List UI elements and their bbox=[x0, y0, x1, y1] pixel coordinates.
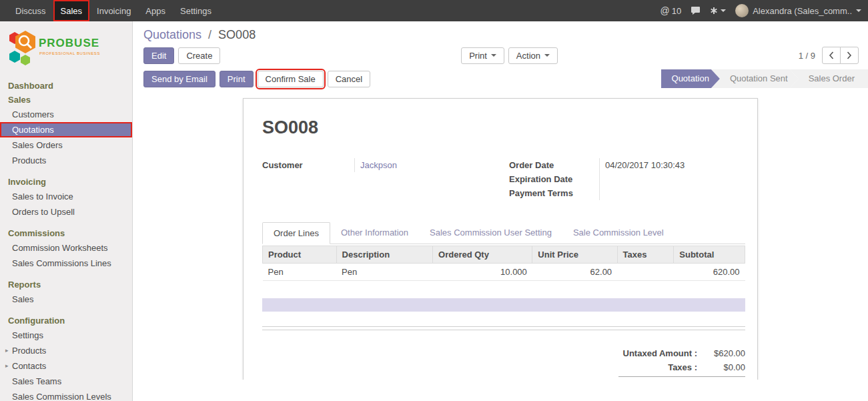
send-by-email-button[interactable]: Send by Email bbox=[143, 71, 215, 87]
topnav-item-settings[interactable]: Settings bbox=[173, 0, 219, 21]
field-column-right: Order Date 04/20/2017 10:30:43 Expiratio… bbox=[509, 158, 745, 200]
sidebar-item-sales-orders[interactable]: Sales Orders bbox=[0, 137, 132, 153]
sidebar-item-sales-commission-levels[interactable]: Sales Commission Levels bbox=[0, 389, 132, 401]
sidebar-item-products[interactable]: Products bbox=[0, 153, 132, 168]
logo-subtitle: PROFESSIONAL BUSINESS bbox=[39, 51, 100, 55]
edit-button[interactable]: Edit bbox=[143, 47, 174, 64]
cell-taxes bbox=[617, 264, 674, 281]
cancel-button[interactable]: Cancel bbox=[328, 71, 370, 87]
expiration-date-label: Expiration Date bbox=[509, 172, 599, 186]
create-button[interactable]: Create bbox=[178, 47, 220, 64]
chevron-down-icon bbox=[491, 54, 496, 57]
topnav-item-discuss[interactable]: Discuss bbox=[8, 0, 53, 21]
record-title: SO008 bbox=[262, 117, 745, 138]
column-header-unit-price[interactable]: Unit Price bbox=[532, 246, 617, 264]
order-date-label: Order Date bbox=[509, 158, 599, 172]
main-content: Quotations / SO008 Edit Create Print Act… bbox=[133, 21, 868, 401]
section-separator bbox=[262, 326, 745, 330]
total-row: Total : $620.00 bbox=[618, 376, 745, 380]
taxes-value: $0.00 bbox=[697, 362, 745, 372]
notebook-tabs: Order Lines Other Information Sales Comm… bbox=[262, 222, 745, 244]
sidebar-heading-reports[interactable]: Reports bbox=[0, 278, 132, 292]
pager-previous-button[interactable] bbox=[822, 47, 841, 64]
avatar bbox=[735, 4, 749, 17]
confirm-sale-button[interactable]: Confirm Sale bbox=[258, 71, 324, 87]
column-header-subtotal[interactable]: Subtotal bbox=[674, 246, 745, 264]
sidebar: PROBUSE PROFESSIONAL BUSINESS Dashboard … bbox=[0, 21, 133, 401]
chevron-down-icon bbox=[721, 9, 726, 12]
sidebar-heading-sales[interactable]: Sales bbox=[0, 93, 132, 107]
print-button[interactable]: Print bbox=[220, 71, 254, 87]
column-header-taxes[interactable]: Taxes bbox=[617, 246, 674, 264]
tab-sale-commission-level[interactable]: Sale Commission Level bbox=[562, 222, 675, 244]
order-line-row[interactable]: Pen Pen 10.000 62.00 620.00 bbox=[263, 264, 745, 281]
totals-block: Untaxed Amount : $620.00 Taxes : $0.00 T… bbox=[618, 346, 745, 380]
sidebar-item-customers[interactable]: Customers bbox=[0, 107, 132, 122]
tab-order-lines[interactable]: Order Lines bbox=[262, 222, 330, 244]
payment-terms-value bbox=[599, 186, 745, 200]
state-sales-order[interactable]: Sales Order bbox=[790, 69, 868, 88]
sidebar-menu: Dashboard Sales Customers Quotations Sal… bbox=[0, 79, 132, 401]
cell-subtotal: 620.00 bbox=[674, 264, 745, 281]
order-date-value: 04/20/2017 10:30:43 bbox=[599, 158, 745, 172]
control-panel-row-2: Send by Email Print Confirm Sale Cancel … bbox=[133, 69, 868, 89]
sidebar-item-sales-teams[interactable]: Sales Teams bbox=[0, 374, 132, 389]
customer-value[interactable]: Jackpson bbox=[354, 158, 498, 172]
probuse-logo[interactable]: PROBUSE PROFESSIONAL BUSINESS bbox=[0, 21, 132, 79]
table-header-row: Product Description Ordered Qty Unit Pri… bbox=[263, 246, 745, 264]
state-quotation-sent[interactable]: Quotation Sent bbox=[711, 69, 799, 88]
taxes-row: Taxes : $0.00 bbox=[618, 360, 745, 374]
action-menus: Print Action bbox=[461, 47, 558, 64]
cell-unit-price: 62.00 bbox=[532, 264, 617, 281]
sidebar-item-commission-worksheets[interactable]: Commission Worksheets bbox=[0, 240, 132, 256]
sidebar-heading-dashboard[interactable]: Dashboard bbox=[0, 79, 132, 93]
statusbar: Quotation Quotation Sent Sales Order bbox=[661, 69, 868, 88]
breadcrumb-separator: / bbox=[208, 28, 211, 41]
sidebar-heading-invoicing[interactable]: Invoicing bbox=[0, 175, 132, 189]
state-quotation[interactable]: Quotation bbox=[661, 69, 720, 88]
topnav-item-invoicing[interactable]: Invoicing bbox=[89, 0, 138, 21]
chat-icon[interactable] bbox=[691, 6, 701, 15]
payment-terms-label: Payment Terms bbox=[509, 186, 599, 200]
pager-value: 1 / 9 bbox=[799, 51, 815, 61]
record-buttons: Edit Create bbox=[143, 47, 220, 64]
user-menu[interactable]: Alexandra (Sales_comm.. bbox=[735, 4, 861, 17]
print-dropdown-label: Print bbox=[469, 51, 487, 61]
chevron-right-icon bbox=[847, 51, 852, 59]
column-header-ordered-qty[interactable]: Ordered Qty bbox=[433, 246, 532, 264]
sidebar-item-products-config[interactable]: ▸ Products bbox=[0, 343, 132, 358]
cell-product: Pen bbox=[263, 264, 337, 281]
sidebar-heading-configuration[interactable]: Configuration bbox=[0, 314, 132, 328]
breadcrumb-current: SO008 bbox=[218, 28, 256, 41]
tab-sales-commission-user-setting[interactable]: Sales Commission User Setting bbox=[419, 222, 562, 244]
sidebar-item-quotations[interactable]: Quotations bbox=[0, 122, 132, 137]
chevron-left-icon bbox=[829, 51, 834, 59]
odoo-app-window: Discuss Sales Invoicing Apps Settings @ … bbox=[0, 0, 868, 21]
form-sheet: SO008 Customer Jackpson Order Date 04/20… bbox=[243, 98, 758, 380]
chevron-down-icon bbox=[856, 9, 861, 12]
breadcrumb-quotations-link[interactable]: Quotations bbox=[143, 28, 201, 41]
action-dropdown[interactable]: Action bbox=[508, 47, 558, 64]
workflow-buttons: Send by Email Print Confirm Sale Cancel bbox=[143, 71, 370, 87]
mention-count: 10 bbox=[672, 6, 681, 16]
sidebar-item-sales-to-invoice[interactable]: Sales to Invoice bbox=[0, 189, 132, 204]
print-dropdown[interactable]: Print bbox=[461, 47, 504, 64]
mentions-counter[interactable]: @ 10 bbox=[660, 5, 681, 16]
breadcrumb: Quotations / SO008 bbox=[133, 21, 868, 43]
topnav-item-apps[interactable]: Apps bbox=[138, 0, 173, 21]
form-view: SO008 Customer Jackpson Order Date 04/20… bbox=[133, 89, 868, 380]
sidebar-item-sales-commissions-lines[interactable]: Sales Commissions Lines bbox=[0, 256, 132, 271]
sidebar-item-settings[interactable]: Settings bbox=[0, 328, 132, 343]
column-header-description[interactable]: Description bbox=[336, 246, 432, 264]
pager-next-button[interactable] bbox=[840, 47, 859, 64]
field-column-left: Customer Jackpson bbox=[262, 158, 498, 200]
topnav-item-sales[interactable]: Sales bbox=[53, 0, 90, 21]
sidebar-item-sales-report[interactable]: Sales bbox=[0, 292, 132, 307]
sidebar-item-orders-to-upsell[interactable]: Orders to Upsell bbox=[0, 204, 132, 220]
debug-menu[interactable] bbox=[710, 7, 726, 15]
tab-other-information[interactable]: Other Information bbox=[330, 222, 419, 244]
sidebar-item-contacts[interactable]: ▸ Contacts bbox=[0, 358, 132, 374]
column-header-product[interactable]: Product bbox=[263, 246, 337, 264]
sidebar-heading-commissions[interactable]: Commissions bbox=[0, 226, 132, 240]
untaxed-amount-label: Untaxed Amount : bbox=[618, 348, 697, 358]
